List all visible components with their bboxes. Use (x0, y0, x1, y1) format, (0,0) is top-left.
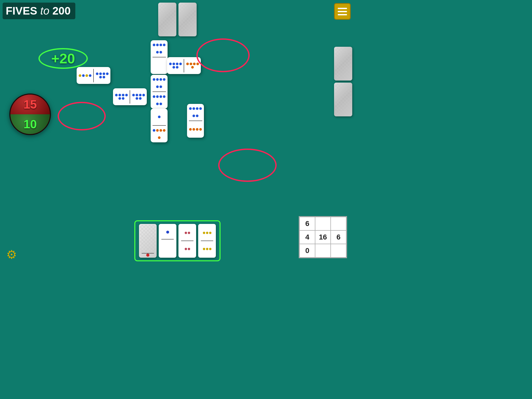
right-tile-1 (334, 47, 352, 81)
placement-indicator-bottom[interactable] (218, 149, 277, 182)
player-tile-4[interactable] (198, 224, 216, 258)
board-domino-r-half1 (187, 104, 204, 121)
score-plus-badge: +20 (38, 48, 88, 69)
board-domino-tr-half1 (167, 61, 184, 70)
score-cell-1-2 (315, 217, 331, 230)
score-cell-3-3 (331, 244, 346, 257)
score-cell-3-1: 0 (300, 244, 315, 257)
score-cell-2-2: 16 (315, 230, 331, 244)
settings-button[interactable]: ⚙ (5, 248, 18, 261)
opponent-tile-2 (178, 3, 197, 36)
score-player2: 10 (10, 114, 50, 134)
board-domino-cl-half2 (130, 92, 147, 101)
board-domino-top-half1 (151, 40, 168, 57)
player-tile-3[interactable] (178, 224, 196, 258)
title-prefix: FIVES (6, 5, 40, 17)
player-hand (134, 220, 221, 261)
board-domino-center-left (113, 88, 147, 105)
board-domino-center (151, 75, 168, 109)
score-cell-2-3: 6 (331, 230, 346, 244)
score-cell-1-1: 6 (300, 217, 315, 230)
board-domino-left-half1 (77, 73, 93, 78)
score-row-2: 4 16 6 (300, 230, 346, 244)
score-row-1: 6 (300, 217, 346, 230)
placement-indicator-top[interactable] (196, 38, 250, 72)
title-italic: to (40, 5, 49, 17)
board-domino-c-half2 (151, 92, 168, 109)
menu-button[interactable] (334, 3, 351, 20)
opponent-tile-1 (158, 3, 176, 36)
placement-indicator-left[interactable] (58, 102, 106, 130)
menu-icon-line1 (338, 8, 347, 9)
board-domino-top (151, 40, 168, 74)
score-cell-1-3 (331, 217, 346, 230)
score-row-3: 0 (300, 244, 346, 257)
board-domino-b-half2 (151, 126, 168, 142)
menu-icon-line2 (338, 11, 347, 12)
player-tile-1[interactable] (139, 224, 157, 258)
menu-icon-line3 (338, 14, 347, 15)
game-title: FIVES to 200 (3, 3, 75, 19)
player-tile-2[interactable] (159, 224, 176, 258)
right-tile-2 (334, 83, 352, 116)
board-domino-cl-half1 (113, 92, 130, 101)
score-circle: 15 10 (9, 94, 51, 135)
board-domino-left (77, 67, 110, 84)
board-domino-tr-half2 (184, 61, 201, 70)
score-cell-3-2 (315, 244, 331, 257)
board-domino-top-half2 (158, 57, 161, 74)
board-domino-c-half1 (151, 75, 168, 91)
score-cell-2-1: 4 (300, 230, 315, 244)
score-player1: 15 (10, 95, 50, 114)
title-bold: 200 (49, 5, 71, 17)
opponent-hand (158, 3, 197, 36)
board-domino-top-right (167, 57, 201, 74)
score-table: 6 4 16 6 0 (299, 216, 347, 258)
board-domino-bottom (151, 109, 168, 142)
right-player-hand (334, 47, 352, 116)
board-domino-right (187, 104, 204, 138)
board-domino-left-half2 (94, 71, 110, 80)
board-domino-r-half2 (188, 121, 203, 138)
board-domino-b-half1 (157, 109, 162, 125)
